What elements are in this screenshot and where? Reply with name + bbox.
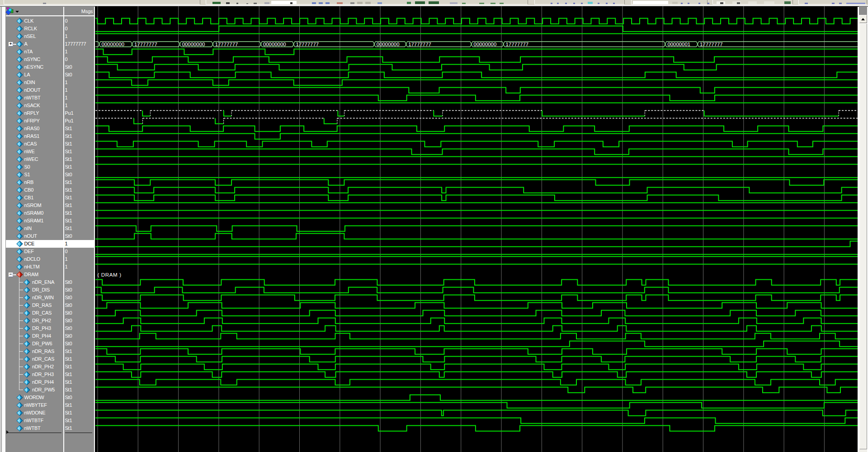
svg-text:00000000: 00000000 (263, 42, 286, 47)
svg-text:( DRAM ): ( DRAM ) (97, 272, 121, 278)
svg-text:00000000: 00000000 (101, 42, 124, 47)
svg-text:00000001: 00000001 (667, 42, 690, 47)
svg-text:17777777: 17777777 (134, 42, 157, 47)
svg-text:17777777: 17777777 (296, 42, 319, 47)
svg-text:00000000: 00000000 (182, 42, 205, 47)
svg-text:17777777: 17777777 (408, 42, 431, 47)
svg-text:00000000: 00000000 (376, 42, 399, 47)
svg-text:17777777: 17777777 (215, 42, 238, 47)
svg-text:17777777: 17777777 (505, 42, 528, 47)
svg-text:17777777: 17777777 (700, 42, 723, 47)
svg-text:00000000: 00000000 (473, 42, 496, 47)
